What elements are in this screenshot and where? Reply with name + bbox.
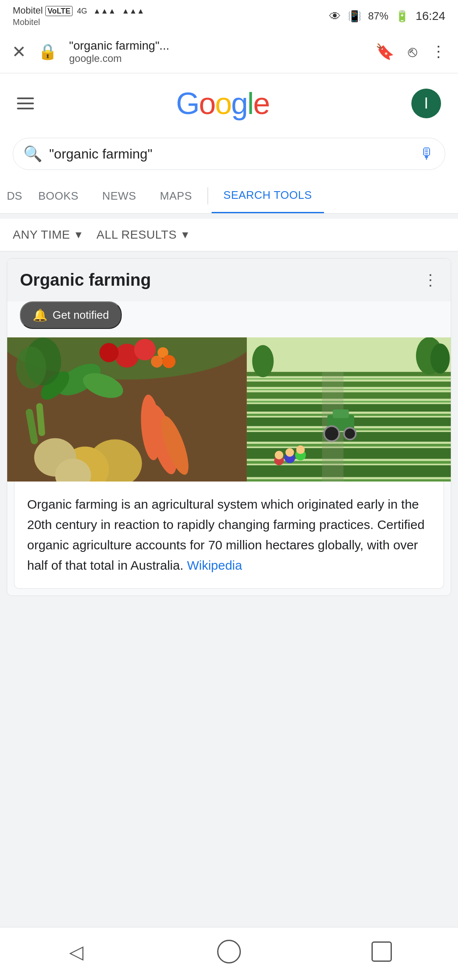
notify-btn-label: Get notified <box>53 309 109 322</box>
battery-icon: 🔋 <box>395 10 409 23</box>
tab-books[interactable]: BOOKS <box>26 179 90 213</box>
carrier-name: Mobitel VoLTE 4G ▲▲▲ ▲▲▲ <box>13 5 145 17</box>
page-title: "organic farming"... <box>69 39 363 53</box>
search-tools-bar: ANY TIME ▼ ALL RESULTS ▼ <box>0 219 458 251</box>
mic-icon[interactable]: 🎙 <box>419 145 435 163</box>
vegetables-image[interactable] <box>7 337 247 482</box>
tab-partial-ds: DS <box>7 179 26 213</box>
svg-rect-27 <box>247 389 451 390</box>
more-options-icon[interactable]: ⋮ <box>431 43 446 61</box>
logo-g: G <box>176 86 199 120</box>
search-bar[interactable]: 🔍 "organic farming" 🎙 <box>13 138 445 170</box>
svg-point-43 <box>285 448 294 457</box>
google-header: Google I <box>0 73 458 134</box>
battery-level: 87% <box>368 10 388 22</box>
svg-rect-49 <box>332 409 349 418</box>
share-icon[interactable]: ⎋ <box>408 43 417 61</box>
svg-point-10 <box>134 339 156 360</box>
svg-rect-35 <box>247 444 451 446</box>
google-logo: Google <box>176 86 269 121</box>
tab-search-tools[interactable]: SEARCH TOOLS <box>212 178 324 213</box>
home-circle-icon <box>217 940 241 963</box>
kp-notify-area: 🔔 Get notified <box>7 301 451 337</box>
tab-news[interactable]: NEWS <box>90 179 148 213</box>
menu-line <box>17 103 34 104</box>
description-text: Organic farming is an agricultural syste… <box>27 494 431 576</box>
svg-point-47 <box>275 451 283 459</box>
svg-point-52 <box>252 345 274 377</box>
bookmark-icon[interactable]: 🔖 <box>375 43 394 61</box>
domain-label: google.com <box>69 53 363 64</box>
chevron-down-icon-2: ▼ <box>180 229 190 241</box>
image-strip <box>7 337 451 482</box>
logo-o1: o <box>199 86 215 120</box>
wikipedia-link[interactable]: Wikipedia <box>187 558 242 572</box>
search-tabs: DS BOOKS NEWS MAPS SEARCH TOOLS <box>0 178 458 214</box>
get-notified-button[interactable]: 🔔 Get notified <box>20 301 122 329</box>
svg-rect-25 <box>247 379 451 380</box>
search-query: "organic farming" <box>49 146 413 162</box>
eye-icon: 👁 <box>329 9 341 23</box>
url-area[interactable]: "organic farming"... google.com <box>69 39 363 64</box>
time-filter-button[interactable]: ANY TIME ▼ <box>13 228 84 242</box>
browser-actions: 🔖 ⎋ ⋮ <box>375 43 446 61</box>
recents-button[interactable] <box>367 937 397 966</box>
knowledge-panel: Organic farming ⋮ 🔔 Get notified <box>7 258 451 596</box>
description-box: Organic farming is an agricultural syste… <box>14 482 444 589</box>
results-filter-button[interactable]: ALL RESULTS ▼ <box>97 228 190 242</box>
logo-l: l <box>247 86 253 120</box>
logo-g2: g <box>231 86 247 120</box>
vibrate-icon: 📳 <box>348 10 361 23</box>
lock-icon: 🔒 <box>38 43 57 61</box>
tab-maps[interactable]: MAPS <box>148 179 204 213</box>
carrier2-name: Mobitel <box>13 17 145 28</box>
svg-rect-30 <box>247 404 451 412</box>
carrier-info: Mobitel VoLTE 4G ▲▲▲ ▲▲▲ Mobitel <box>13 5 145 28</box>
svg-point-45 <box>296 445 304 454</box>
chevron-down-icon: ▼ <box>73 229 84 241</box>
farm-field-image[interactable] <box>247 337 451 482</box>
close-tab-button[interactable]: ✕ <box>12 42 26 61</box>
browser-bar: ✕ 🔒 "organic farming"... google.com 🔖 ⎋ … <box>0 31 458 73</box>
status-bar: Mobitel VoLTE 4G ▲▲▲ ▲▲▲ Mobitel 👁 📳 87%… <box>0 0 458 31</box>
time-display: 16:24 <box>416 9 445 23</box>
tab-divider <box>207 187 208 204</box>
kp-title: Organic farming <box>20 270 151 290</box>
search-icon: 🔍 <box>23 145 42 163</box>
menu-line <box>17 97 34 99</box>
svg-rect-24 <box>247 372 451 376</box>
recents-square-icon <box>371 941 392 962</box>
svg-rect-26 <box>247 381 451 387</box>
svg-point-14 <box>162 355 176 368</box>
svg-point-54 <box>430 343 450 373</box>
logo-o2: o <box>215 86 231 120</box>
svg-rect-38 <box>247 465 451 477</box>
status-right: 👁 📳 87% 🔋 16:24 <box>329 9 445 23</box>
back-icon: ◁ <box>69 941 84 963</box>
results-filter-label: ALL RESULTS <box>97 228 177 242</box>
svg-point-21 <box>16 347 46 389</box>
kp-header: Organic farming ⋮ <box>7 259 451 301</box>
menu-line <box>17 108 34 109</box>
time-filter-label: ANY TIME <box>13 228 70 242</box>
home-button[interactable] <box>214 937 244 966</box>
svg-point-50 <box>324 426 339 441</box>
user-avatar[interactable]: I <box>411 89 441 118</box>
search-bar-container: 🔍 "organic farming" 🎙 <box>0 134 458 178</box>
kp-more-button[interactable]: ⋮ <box>423 271 438 289</box>
svg-rect-28 <box>247 392 451 398</box>
bell-icon: 🔔 <box>33 308 47 322</box>
logo-e: e <box>253 86 269 120</box>
svg-rect-29 <box>247 401 451 403</box>
menu-button[interactable] <box>17 97 34 109</box>
bottom-navigation: ◁ <box>0 927 458 980</box>
back-button[interactable]: ◁ <box>61 937 91 966</box>
svg-rect-39 <box>247 479 451 482</box>
svg-point-11 <box>99 343 118 362</box>
svg-point-51 <box>344 428 356 440</box>
